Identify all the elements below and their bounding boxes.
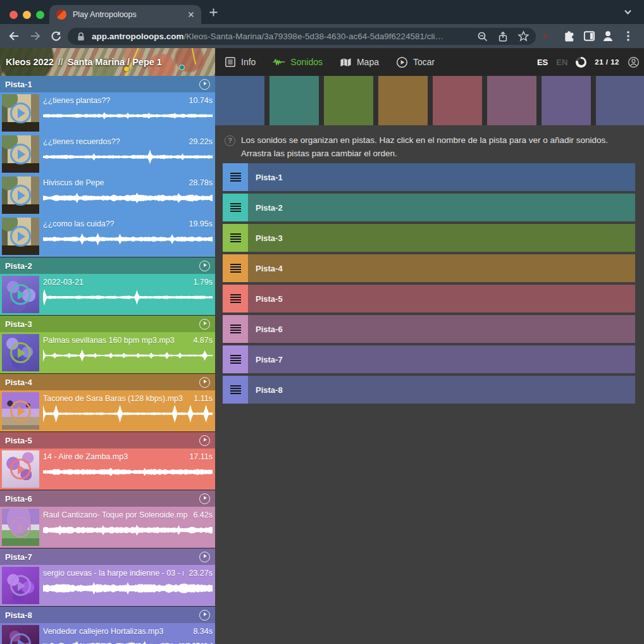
forward-icon[interactable] (29, 30, 42, 42)
tab-tocar[interactable]: Tocar (396, 56, 435, 68)
macos-close-button[interactable] (9, 11, 18, 19)
track-color-swatch (324, 76, 373, 125)
browser-tab[interactable]: Play Antropoloops (49, 5, 201, 24)
clip-play-icon[interactable] (10, 284, 31, 305)
profile-avatar-icon[interactable] (601, 29, 615, 43)
track-row[interactable]: Pista-5 (223, 285, 635, 313)
clip-info-row: sergio cuevas - la harpe indienne - 03 -… (43, 569, 213, 578)
reload-icon[interactable] (49, 30, 62, 42)
drag-handle[interactable] (223, 315, 248, 343)
clip-play-icon[interactable] (10, 226, 31, 247)
clip-play-icon[interactable] (10, 185, 31, 206)
track-play-button[interactable] (199, 493, 210, 504)
zoom-out-icon[interactable] (477, 31, 488, 42)
track-header[interactable]: Pista-8 (0, 607, 215, 623)
account-icon[interactable] (628, 56, 640, 68)
track-row-bar[interactable]: Pista-7 (248, 345, 635, 373)
tab-sonidos[interactable]: Sonidos (273, 57, 323, 67)
macos-zoom-button[interactable] (36, 11, 44, 19)
tab-close-icon[interactable] (186, 9, 196, 20)
clip[interactable]: 2022-03-211.79s (0, 274, 215, 315)
address-bar[interactable]: app.antropoloops.com/Kleos-Santa-Marina/… (68, 28, 536, 45)
menu-dots-icon[interactable] (622, 30, 634, 42)
track-header[interactable]: Pista-2 (0, 257, 215, 274)
clip[interactable]: ¿¿tienes plantas??10.74s (0, 92, 215, 133)
drag-handle[interactable] (223, 254, 248, 282)
drag-handle[interactable] (223, 194, 248, 221)
clip[interactable]: ¿¿tienes recuerdos??29.22s (0, 133, 215, 175)
track-row[interactable]: Pista-6 (223, 315, 635, 343)
track-row-bar[interactable]: Pista-3 (248, 224, 635, 252)
track-header[interactable]: Pista-7 (0, 548, 215, 565)
track-row[interactable]: Pista-1 (223, 163, 635, 191)
track-section: Pista-7sergio cuevas - la harpe indienne… (0, 548, 215, 606)
breadcrumb-project[interactable]: Kleos 2022 (6, 57, 54, 67)
clip-duration: 1.11s (194, 394, 213, 403)
track-row[interactable]: Pista-7 (223, 345, 635, 373)
drag-handle[interactable] (223, 224, 248, 252)
app-header: Kleos 2022 // Santa Marina / Pepe 1 Info… (0, 48, 644, 76)
clip[interactable]: sergio cuevas - la harpe indienne - 03 -… (0, 565, 215, 606)
drag-handle[interactable] (223, 163, 248, 191)
tracks-sidebar: Pista-1¿¿tienes plantas??10.74s¿¿tienes … (0, 76, 215, 644)
track-play-button[interactable] (199, 552, 210, 562)
clip-play-icon[interactable] (10, 633, 31, 644)
clip[interactable]: Hiviscus de Pepe28.78s (0, 175, 215, 216)
bookmark-star-icon[interactable] (517, 30, 529, 42)
track-play-button[interactable] (199, 261, 210, 271)
macos-minimize-button[interactable] (23, 11, 31, 19)
clip[interactable]: Vendedor callejero Hortalizas.mp38.34s (0, 623, 215, 644)
track-play-button[interactable] (199, 435, 210, 446)
drag-handle[interactable] (223, 376, 248, 404)
clip[interactable]: Raul Cantizano- Toque por Solenoide.mp36… (0, 507, 215, 548)
track-row[interactable]: Pista-3 (223, 224, 635, 252)
track-play-button[interactable] (199, 377, 210, 388)
app-nav: Info Sonidos Mapa Tocar (225, 48, 435, 76)
track-header[interactable]: Pista-3 (0, 316, 215, 332)
extensions-puzzle-icon[interactable] (563, 30, 576, 42)
track-header[interactable]: Pista-5 (0, 432, 215, 449)
side-panel-icon[interactable] (583, 30, 596, 43)
clip-play-icon[interactable] (10, 459, 31, 480)
clip-play-icon[interactable] (10, 517, 31, 538)
clip-play-icon[interactable] (10, 400, 31, 421)
track-row[interactable]: Pista-2 (223, 194, 635, 221)
clip[interactable]: 14 - Aire de Zamba.mp317.11s (0, 449, 215, 490)
clip-play-icon[interactable] (10, 342, 31, 363)
tab-search-chevron-icon[interactable] (623, 8, 633, 16)
drag-handle[interactable] (223, 285, 248, 313)
track-row-bar[interactable]: Pista-6 (248, 315, 635, 343)
track-play-button[interactable] (199, 319, 210, 330)
share-icon[interactable] (497, 31, 509, 42)
new-tab-icon[interactable] (209, 8, 218, 17)
back-icon[interactable] (8, 30, 20, 42)
track-play-button[interactable] (199, 610, 210, 621)
track-row-bar[interactable]: Pista-1 (248, 163, 635, 191)
track-row-bar[interactable]: Pista-5 (248, 285, 635, 313)
clip-play-icon[interactable] (10, 102, 31, 123)
track-section: Pista-3Palmas sevillanas 160 bpm mp3.mp3… (0, 316, 215, 373)
track-header[interactable]: Pista-1 (0, 76, 215, 92)
tab-info[interactable]: Info (225, 56, 256, 68)
breadcrumb-page[interactable]: Santa Marina / Pepe 1 (68, 57, 162, 67)
language-en[interactable]: EN (556, 58, 567, 67)
clip[interactable]: Taconeo de Sara Baras (128 kbps).mp31.11… (0, 390, 215, 431)
track-row-bar[interactable]: Pista-8 (248, 376, 635, 404)
clip-play-icon[interactable] (10, 575, 31, 596)
track-header[interactable]: Pista-6 (0, 490, 215, 507)
clip-duration: 17.11s (189, 452, 213, 461)
track-row-bar[interactable]: Pista-2 (248, 194, 635, 221)
lock-icon[interactable] (75, 31, 87, 42)
clip[interactable]: ¿¿como las cuida??19.95s (0, 216, 215, 257)
language-es[interactable]: ES (537, 58, 548, 67)
track-row[interactable]: Pista-8 (223, 376, 635, 404)
tab-mapa[interactable]: Mapa (340, 57, 379, 68)
track-header[interactable]: Pista-4 (0, 374, 215, 390)
clip[interactable]: Palmas sevillanas 160 bpm mp3.mp34.87s (0, 332, 215, 373)
track-row-bar[interactable]: Pista-4 (248, 254, 635, 282)
clip-play-icon[interactable] (10, 144, 31, 164)
clip-meta: ¿¿tienes recuerdos??29.22s (43, 137, 213, 166)
track-row[interactable]: Pista-4 (223, 254, 635, 282)
track-play-button[interactable] (199, 79, 210, 90)
drag-handle[interactable] (223, 345, 248, 373)
